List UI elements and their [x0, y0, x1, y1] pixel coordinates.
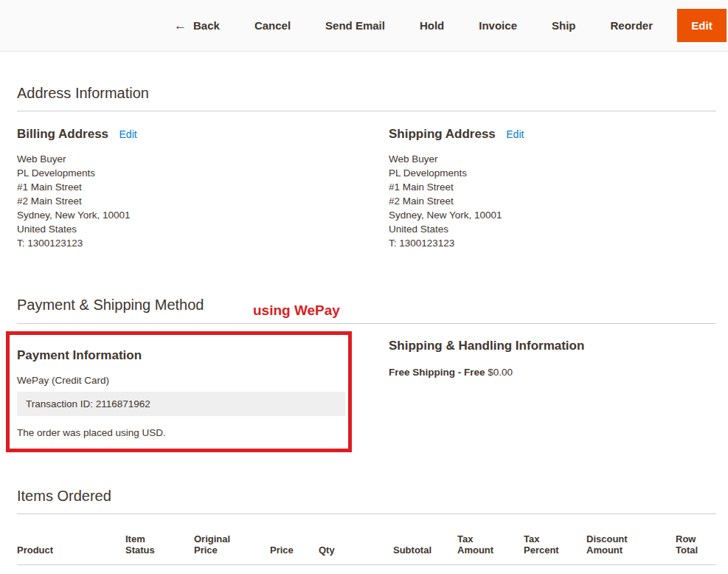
column-header-original-price: Original Price: [194, 533, 270, 565]
shipping-address-title: Shipping Address: [389, 127, 496, 141]
items-table-header-row: Product Item Status Original Price Price…: [17, 533, 716, 565]
items-ordered-table: Product Item Status Original Price Price…: [17, 533, 716, 574]
address-line: Web Buyer: [389, 152, 716, 166]
items-ordered-title: Items Ordered: [17, 488, 716, 514]
table-row: Fusion Backpack Ordered $1.00 $1.00 Orde…: [17, 565, 716, 574]
column-header-subtotal: Subtotal: [393, 533, 457, 565]
back-label: Back: [193, 19, 220, 32]
address-line: #2 Main Street: [17, 194, 389, 208]
order-view-content: Address Information Billing Address Edit…: [0, 85, 728, 574]
cell-tax-percent: 0%: [524, 565, 586, 574]
order-toolbar: ←Back Cancel Send Email Hold Invoice Shi…: [0, 0, 728, 52]
billing-address-block: Billing Address Edit Web Buyer PL Develo…: [17, 127, 389, 250]
address-line: Sydney, New York, 10001: [17, 208, 389, 222]
cell-original-price: $1.00: [194, 565, 270, 574]
shipping-address-edit-link[interactable]: Edit: [506, 128, 524, 140]
column-header-qty: Qty: [319, 533, 393, 565]
column-header-item-status: Item Status: [125, 533, 194, 565]
address-line: Sydney, New York, 10001: [389, 208, 716, 222]
address-line: #1 Main Street: [389, 180, 716, 194]
shipping-handling-title: Shipping & Handling Information: [389, 339, 716, 353]
column-header-price: Price: [270, 533, 319, 565]
address-line: #1 Main Street: [17, 180, 389, 194]
billing-address-title: Billing Address: [17, 127, 108, 141]
column-header-product: Product: [17, 533, 125, 565]
payment-information-title: Payment Information: [17, 348, 345, 363]
address-line: United States: [389, 222, 716, 236]
cell-qty: Ordered 1: [319, 565, 393, 574]
send-email-button[interactable]: Send Email: [325, 19, 385, 32]
column-header-discount-amount: Discount Amount: [586, 533, 676, 565]
cell-row-total: $1.00: [676, 565, 716, 574]
address-columns: Billing Address Edit Web Buyer PL Develo…: [17, 127, 716, 250]
billing-address-lines: Web Buyer PL Developments #1 Main Street…: [17, 152, 389, 250]
back-button[interactable]: ←Back: [174, 18, 220, 33]
shipping-handling-column: Shipping & Handling Information Free Shi…: [389, 324, 716, 452]
cancel-button[interactable]: Cancel: [254, 19, 291, 32]
cell-subtotal: $1.00: [393, 565, 457, 574]
address-line: T: 1300123123: [17, 236, 389, 250]
address-information-title: Address Information: [17, 85, 716, 111]
payment-columns: Payment Information WePay (Credit Card) …: [17, 324, 716, 452]
address-line: T: 1300123123: [389, 236, 716, 250]
transaction-id-box: Transaction ID: 2116871962: [17, 392, 345, 416]
payment-shipping-header-row: Payment & Shipping Method using WePay: [17, 297, 716, 324]
cell-item-status: Ordered: [125, 565, 194, 574]
address-line: Web Buyer: [17, 152, 389, 166]
payment-method-label: WePay (Credit Card): [17, 375, 345, 386]
address-line: #2 Main Street: [389, 194, 716, 208]
back-arrow-icon: ←: [174, 18, 187, 32]
shipping-address-block: Shipping Address Edit Web Buyer PL Devel…: [389, 127, 716, 250]
reorder-button[interactable]: Reorder: [610, 19, 653, 32]
cell-price: $1.00: [270, 565, 319, 574]
payment-shipping-title: Payment & Shipping Method: [17, 297, 716, 314]
cell-product: Fusion Backpack: [17, 565, 125, 574]
address-line: PL Developments: [17, 166, 389, 180]
shipping-method-line: Free Shipping - Free $0.00: [389, 367, 716, 378]
address-line: PL Developments: [389, 166, 716, 180]
column-header-row-total: Row Total: [676, 533, 716, 565]
order-currency-note: The order was placed using USD.: [17, 427, 345, 438]
cell-discount-amount: $0.00: [586, 565, 676, 574]
billing-address-edit-link[interactable]: Edit: [119, 128, 137, 140]
shipping-method-name: Free Shipping - Free: [389, 367, 485, 378]
shipping-method-amount: $0.00: [488, 367, 513, 378]
cell-tax-amount: $0.00: [457, 565, 524, 574]
edit-button[interactable]: Edit: [677, 9, 727, 42]
column-header-tax-amount: Tax Amount: [457, 533, 524, 565]
ship-button[interactable]: Ship: [552, 19, 576, 32]
shipping-address-lines: Web Buyer PL Developments #1 Main Street…: [389, 152, 716, 250]
column-header-tax-percent: Tax Percent: [524, 533, 586, 565]
using-wepay-annotation: using WePay: [253, 302, 340, 319]
hold-button[interactable]: Hold: [420, 19, 444, 32]
invoice-button[interactable]: Invoice: [479, 19, 517, 32]
payment-information-column: Payment Information WePay (Credit Card) …: [17, 324, 389, 452]
payment-information-highlight-box: Payment Information WePay (Credit Card) …: [6, 331, 352, 452]
address-line: United States: [17, 222, 389, 236]
